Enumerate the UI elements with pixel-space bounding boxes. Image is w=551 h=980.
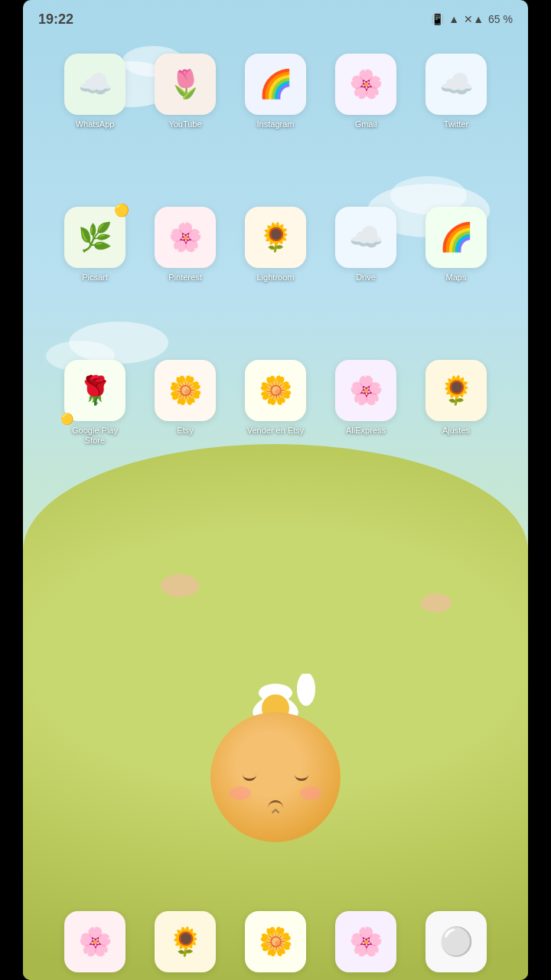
app-picsart[interactable]: 🌿 🟡 Picsart (54, 207, 136, 283)
dock-icon-5: ⚪ (425, 911, 487, 972)
drive-label: Drive (356, 273, 376, 283)
aliexpress-label: AliExpress (346, 426, 386, 436)
instagram-label: Instagram (257, 119, 295, 129)
dock-item-1[interactable]: 🌸 (54, 911, 136, 972)
dock-item-2[interactable]: 🌻 (144, 911, 227, 972)
dock-icon-3: 🌼 (245, 911, 306, 972)
app-row-1: ☁️ WhatsApp 🌷 YouTube 🌈 Instagram 🌸 Gmai… (54, 54, 497, 129)
vibrate-icon: 📳 (431, 13, 444, 25)
vender-etsy-label: Vender en Etsy (247, 426, 305, 436)
character-blush-right (300, 786, 321, 800)
dock: 🌸 🌻 🌼 🌸 ⚪ (54, 911, 497, 972)
whatsapp-icon: ☁️ (64, 54, 126, 115)
battery-percentage: 65 % (488, 13, 513, 25)
googleplay-icon: 🌹 🟡 (64, 360, 126, 421)
dock-icon-1: 🌸 (64, 911, 126, 972)
dock-icon-4: 🌸 (335, 911, 396, 972)
picsart-label: Picsart (82, 273, 108, 283)
etsy-label: Etsy (177, 426, 193, 436)
character-eye-right (295, 775, 308, 781)
youtube-icon: 🌷 (155, 54, 216, 115)
ajustes-label: Ajustes (442, 426, 470, 436)
twitter-label: Twitter (444, 119, 468, 129)
signal-icon: ✕▲ (464, 13, 484, 25)
app-twitter[interactable]: ☁️ Twitter (415, 54, 497, 129)
app-lightroom[interactable]: 🌻 Lightroom (234, 207, 317, 283)
dock-item-3[interactable]: 🌼 (234, 911, 317, 972)
pink-flower-2 (421, 593, 452, 612)
pink-flower-1 (161, 574, 199, 597)
app-drive[interactable]: ☁️ Drive (324, 207, 407, 283)
app-gmail[interactable]: 🌸 Gmail (324, 54, 407, 129)
character-blush-left (230, 786, 251, 800)
maps-icon: 🌈 (425, 207, 487, 268)
app-youtube[interactable]: 🌷 YouTube (144, 54, 227, 129)
app-googleplay[interactable]: 🌹 🟡 Google Play Store (54, 360, 136, 446)
dock-item-5[interactable]: ⚪ (415, 911, 497, 972)
lightroom-label: Lightroom (257, 273, 295, 283)
twitter-icon: ☁️ (425, 54, 487, 115)
picsart-icon: 🌿 🟡 (64, 207, 126, 268)
ajustes-icon: 🌻 (425, 360, 487, 421)
dock-icon-2: 🌻 (155, 911, 216, 972)
status-icons: 📳 ▲ ✕▲ 65 % (431, 13, 513, 25)
lightroom-icon: 🌻 (245, 207, 306, 268)
app-row-2: 🌿 🟡 Picsart 🌸 Pinterest 🌻 Lightroom ☁️ D… (54, 207, 497, 283)
character-eye-left (243, 775, 256, 781)
app-etsy[interactable]: 🌼 Etsy (144, 360, 227, 446)
youtube-label: YouTube (168, 119, 201, 129)
app-aliexpress[interactable]: 🌸 AliExpress (324, 360, 407, 446)
pinterest-label: Pinterest (168, 273, 201, 283)
app-pinterest[interactable]: 🌸 Pinterest (144, 207, 227, 283)
gmail-icon: 🌸 (335, 54, 396, 115)
app-maps[interactable]: 🌈 Maps (415, 207, 497, 283)
wifi-icon: ▲ (448, 13, 459, 25)
gmail-label: Gmail (355, 119, 377, 129)
app-ajustes[interactable]: 🌻 Ajustes (415, 360, 497, 446)
app-whatsapp[interactable]: ☁️ WhatsApp (54, 54, 136, 129)
chevron-up[interactable]: ⌃ (268, 805, 283, 827)
whatsapp-label: WhatsApp (76, 119, 115, 129)
drive-icon: ☁️ (335, 207, 396, 268)
googleplay-label: Google Play Store (64, 426, 126, 446)
instagram-icon: 🌈 (245, 54, 306, 115)
maps-label: Maps (446, 273, 467, 283)
status-time: 19:22 (38, 11, 73, 28)
app-row-3: 🌹 🟡 Google Play Store 🌼 Etsy 🌼 Vender en… (54, 360, 497, 446)
app-vender-etsy[interactable]: 🌼 Vender en Etsy (234, 360, 317, 446)
app-instagram[interactable]: 🌈 Instagram (234, 54, 317, 129)
etsy-icon: 🌼 (155, 360, 216, 421)
vender-etsy-icon: 🌼 (245, 360, 306, 421)
aliexpress-icon: 🌸 (335, 360, 396, 421)
svg-point-5 (297, 674, 315, 706)
pinterest-icon: 🌸 (155, 207, 216, 268)
status-bar: 19:22 📳 ▲ ✕▲ 65 % (23, 0, 528, 38)
dock-item-4[interactable]: 🌸 (324, 911, 407, 972)
